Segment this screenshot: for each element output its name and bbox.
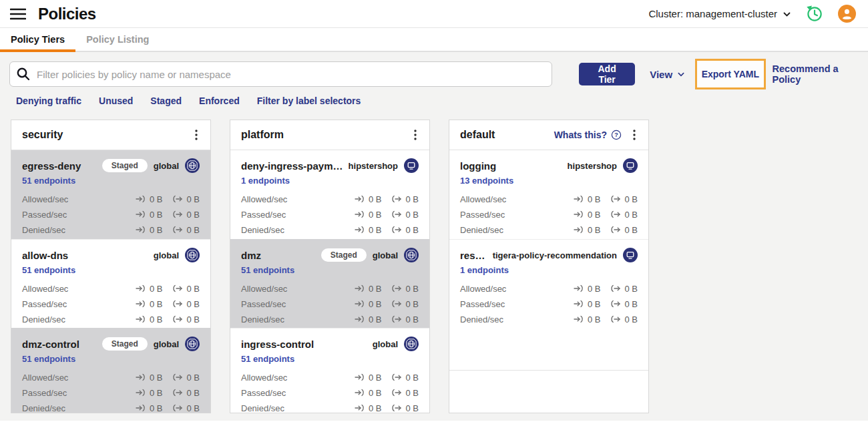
endpoints-link[interactable]: 1 endpoints — [460, 265, 509, 278]
global-icon — [185, 337, 200, 351]
metric-in-value: 0 B — [588, 314, 601, 325]
egress-icon — [391, 284, 402, 292]
metric-in-value: 0 B — [588, 225, 601, 235]
endpoints-link[interactable]: 51 endpoints — [241, 265, 294, 278]
metric-label: Denied/sec — [241, 403, 284, 413]
filter-by-label-selectors[interactable]: Filter by label selectors — [257, 95, 361, 106]
metric-label: Allowed/sec — [460, 194, 506, 204]
metric-in-value: 0 B — [150, 284, 163, 294]
metric-out-value: 0 B — [405, 314, 419, 325]
ingress-icon — [355, 300, 365, 308]
metric-label: Denied/sec — [241, 225, 284, 235]
metric-row: Allowed/sec 0 B 0 B — [22, 372, 200, 383]
filter-unused[interactable]: Unused — [99, 95, 133, 106]
whats-this-label: Whats this? — [554, 130, 607, 140]
metric-label: Passed/sec — [22, 299, 67, 309]
endpoints-link[interactable]: 51 endpoints — [22, 354, 75, 367]
metric-out-value: 0 B — [624, 299, 638, 309]
endpoints-link[interactable]: 51 endpoints — [22, 265, 75, 278]
svg-text:?: ? — [614, 132, 618, 138]
metric-row: Denied/sec 0 B 0 B — [22, 403, 200, 413]
endpoints-link[interactable]: 1 endpoints — [241, 176, 290, 189]
metric-row: Allowed/sec 0 B 0 B — [22, 194, 200, 204]
policy-card[interactable]: deny-ingress-paymentservi… hipstershop 1… — [230, 150, 429, 239]
ingress-icon — [355, 315, 365, 323]
egress-icon — [391, 195, 402, 203]
policy-card[interactable]: dmz Staged global 51 endpoints Allowed — [230, 239, 429, 328]
ingress-icon — [136, 315, 146, 323]
policy-card[interactable]: egress-deny Staged global 51 endpoints — [11, 150, 210, 239]
ingress-icon — [355, 226, 365, 234]
metric-row: Passed/sec 0 B 0 B — [22, 387, 200, 398]
ingress-icon — [136, 373, 146, 381]
metric-in-value: 0 B — [588, 299, 601, 309]
recommend-policy-button[interactable]: Recommend a Policy — [773, 63, 859, 85]
endpoints-link[interactable]: 51 endpoints — [241, 354, 294, 367]
filter-denying-traffic[interactable]: Denying traffic — [16, 95, 81, 106]
policy-card[interactable]: logging hipstershop 13 endpoints Allowed… — [449, 150, 648, 239]
policy-card[interactable]: restricted tigera-policy-recommendation … — [449, 239, 648, 328]
metric-row: Allowed/sec 0 B 0 B — [22, 283, 200, 294]
user-avatar[interactable] — [838, 5, 856, 23]
endpoints-link[interactable]: 13 endpoints — [460, 176, 513, 189]
metric-in-value: 0 B — [150, 403, 163, 413]
metric-out-value: 0 B — [186, 284, 200, 294]
search-icon — [16, 67, 31, 84]
global-icon — [185, 158, 200, 173]
tier-menu-icon[interactable] — [190, 128, 202, 142]
metric-in-value: 0 B — [588, 284, 601, 294]
metric-row: Allowed/sec 0 B 0 B — [460, 283, 638, 294]
cluster-selector-label: Cluster: management-cluster — [648, 8, 777, 19]
tier-header: platform — [230, 120, 429, 150]
policy-card[interactable]: ingress-control global 51 endpoints A — [230, 328, 429, 413]
chevron-down-icon — [678, 72, 684, 77]
metric-row: Passed/sec 0 B 0 B — [241, 209, 419, 220]
metric-out-value: 0 B — [186, 388, 200, 398]
endpoints-link[interactable]: 51 endpoints — [22, 176, 75, 189]
egress-icon — [391, 315, 402, 323]
metric-label: Denied/sec — [22, 225, 65, 235]
policy-card[interactable]: allow-dns global 51 endpoints Allowed — [11, 239, 210, 328]
ingress-icon — [574, 300, 584, 308]
tier-menu-icon[interactable] — [409, 128, 421, 142]
menu-icon[interactable] — [9, 5, 27, 23]
metric-row: Allowed/sec 0 B 0 B — [241, 194, 419, 204]
tier-body: deny-ingress-paymentservi… hipstershop 1… — [230, 150, 429, 413]
metric-out-value: 0 B — [186, 314, 200, 325]
tab-policy-listing[interactable]: Policy Listing — [75, 28, 160, 51]
metric-out-value: 0 B — [405, 373, 419, 383]
whats-this-link[interactable]: Whats this? ? — [554, 130, 622, 140]
tab-policy-tiers[interactable]: Policy Tiers — [0, 28, 75, 51]
metric-in-value: 0 B — [369, 299, 382, 309]
metric-row: Passed/sec 0 B 0 B — [22, 298, 200, 309]
view-dropdown[interactable]: View — [650, 69, 684, 80]
cluster-selector[interactable]: Cluster: management-cluster — [648, 8, 791, 19]
metric-in-value: 0 B — [369, 403, 382, 413]
metric-row: Passed/sec 0 B 0 B — [460, 209, 638, 220]
metric-row: Denied/sec 0 B 0 B — [241, 403, 419, 413]
policy-scope: global — [154, 339, 179, 349]
egress-icon — [610, 315, 621, 323]
ingress-icon — [574, 195, 584, 203]
metric-label: Denied/sec — [22, 403, 65, 413]
history-icon[interactable] — [805, 5, 823, 23]
metric-out-value: 0 B — [405, 225, 419, 235]
tier-body: egress-deny Staged global 51 endpoints — [11, 150, 210, 413]
metric-label: Passed/sec — [460, 299, 505, 309]
ingress-icon — [355, 373, 365, 381]
export-yaml-button[interactable]: Export YAML — [695, 59, 765, 89]
tier-card: default Whats this? ? logging hips — [449, 120, 649, 413]
metric-row: Denied/sec 0 B 0 B — [241, 224, 419, 235]
global-icon — [404, 248, 419, 262]
policy-filter-input[interactable] — [9, 61, 552, 87]
filter-enforced[interactable]: Enforced — [199, 95, 240, 106]
metric-in-value: 0 B — [150, 225, 163, 235]
metric-in-value: 0 B — [588, 210, 601, 220]
policy-scope: hipstershop — [349, 161, 398, 171]
policy-card[interactable]: dmz-control Staged global 51 endpoints — [11, 328, 210, 413]
metric-in-value: 0 B — [369, 388, 382, 398]
add-tier-button[interactable]: Add Tier — [579, 63, 635, 85]
filter-staged[interactable]: Staged — [150, 95, 182, 106]
tier-menu-icon[interactable] — [628, 128, 640, 142]
metric-in-value: 0 B — [150, 210, 163, 220]
